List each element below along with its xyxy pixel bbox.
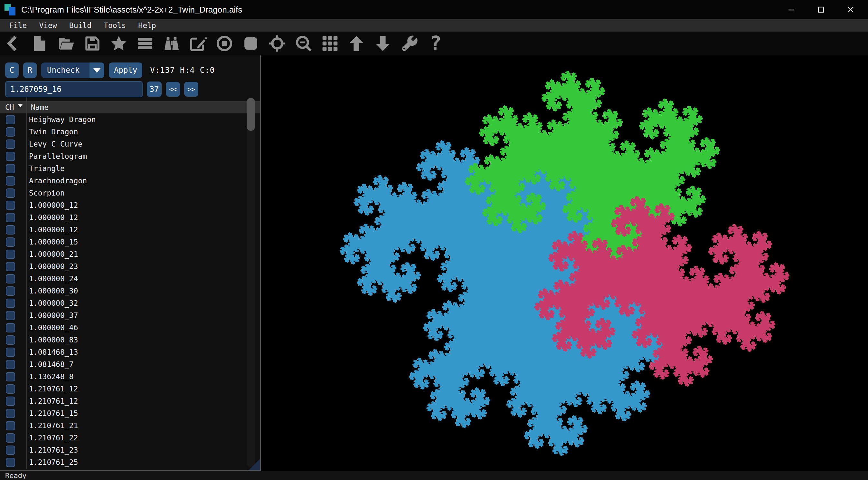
edit-icon[interactable] xyxy=(189,34,207,53)
row-checkbox[interactable] xyxy=(6,140,15,149)
index-box[interactable]: 37 xyxy=(147,82,162,97)
row-checkbox[interactable] xyxy=(6,201,15,210)
wrench-icon[interactable] xyxy=(400,34,418,53)
arrow-up-icon[interactable] xyxy=(347,34,366,53)
table-row[interactable]: 1.000000_21 xyxy=(0,248,260,260)
row-checkbox[interactable] xyxy=(6,299,15,308)
row-checkbox[interactable] xyxy=(6,188,15,198)
prev-button[interactable]: << xyxy=(166,82,180,97)
back-icon[interactable] xyxy=(4,34,23,53)
row-checkbox[interactable] xyxy=(6,458,15,467)
table-row[interactable]: Heighway Dragon xyxy=(0,113,260,126)
table-row[interactable]: 1.210761_21 xyxy=(0,419,260,432)
row-checkbox[interactable] xyxy=(6,152,15,161)
table-row[interactable]: Triangle xyxy=(0,162,260,175)
maximize-button[interactable] xyxy=(806,0,836,19)
table-row[interactable]: 1.210761_23 xyxy=(0,444,260,456)
minimize-button[interactable] xyxy=(777,0,806,19)
table-row[interactable]: 1.081468_13 xyxy=(0,346,260,358)
close-button[interactable] xyxy=(836,0,865,19)
table-row[interactable]: 1.000000_30 xyxy=(0,285,260,297)
list-scrollbar[interactable] xyxy=(247,97,255,467)
left-panel: C R Uncheck Apply V:137 H:4 C:0 1.267059… xyxy=(0,55,261,471)
row-checkbox[interactable] xyxy=(6,115,15,124)
table-row[interactable]: Scorpion xyxy=(0,187,260,199)
row-checkbox[interactable] xyxy=(6,176,15,185)
table-row[interactable]: 1.000000_24 xyxy=(0,273,260,285)
table-row[interactable]: 1.000000_15 xyxy=(0,236,260,248)
crosshair-icon[interactable] xyxy=(268,34,286,53)
table-row[interactable]: 1.000000_12 xyxy=(0,211,260,223)
row-checkbox[interactable] xyxy=(6,127,15,137)
binoculars-icon[interactable] xyxy=(162,34,181,53)
open-folder-icon[interactable] xyxy=(57,34,75,53)
table-row[interactable]: 1.000000_12 xyxy=(0,223,260,236)
table-row[interactable]: 1.000000_23 xyxy=(0,260,260,273)
table-row[interactable]: 1.081468_7 xyxy=(0,358,260,370)
row-checkbox[interactable] xyxy=(6,164,15,173)
column-header-name[interactable]: Name xyxy=(31,103,49,112)
row-checkbox[interactable] xyxy=(6,384,15,394)
save-icon[interactable] xyxy=(83,34,102,53)
zoom-out-icon[interactable] xyxy=(294,34,313,53)
column-header-ch[interactable]: CH xyxy=(5,103,14,112)
c-button[interactable]: C xyxy=(5,62,19,78)
row-checkbox[interactable] xyxy=(6,446,15,455)
table-row[interactable]: 1.000000_46 xyxy=(0,322,260,334)
menu-item-tools[interactable]: Tools xyxy=(104,19,126,32)
table-row[interactable]: 1.000000_12 xyxy=(0,199,260,211)
row-checkbox[interactable] xyxy=(6,225,15,235)
row-checkbox[interactable] xyxy=(6,323,15,332)
row-checkbox[interactable] xyxy=(6,409,15,418)
row-checkbox[interactable] xyxy=(6,237,15,247)
row-checkbox[interactable] xyxy=(6,360,15,369)
list-icon[interactable] xyxy=(136,34,155,53)
table-row[interactable]: 1.136248_8 xyxy=(0,370,260,383)
table-row[interactable]: Arachnodragon xyxy=(0,175,260,187)
row-checkbox[interactable] xyxy=(6,335,15,345)
row-checkbox[interactable] xyxy=(6,433,15,443)
table-row[interactable]: 1.210761_12 xyxy=(0,383,260,395)
arrow-down-icon[interactable] xyxy=(373,34,392,53)
row-checkbox[interactable] xyxy=(6,287,15,296)
menu-item-help[interactable]: Help xyxy=(138,19,156,32)
row-checkbox[interactable] xyxy=(6,396,15,406)
table-row[interactable]: 1.210761_15 xyxy=(0,407,260,419)
row-name: Twin Dragon xyxy=(29,127,78,136)
search-input[interactable]: 1.267059_16 xyxy=(5,81,143,97)
menu-item-view[interactable]: View xyxy=(39,19,57,32)
row-checkbox[interactable] xyxy=(6,262,15,271)
star-icon[interactable] xyxy=(110,34,128,53)
table-row[interactable]: Twin Dragon xyxy=(0,126,260,138)
apply-button[interactable]: Apply xyxy=(109,62,142,78)
row-checkbox[interactable] xyxy=(6,421,15,430)
table-row[interactable]: Levy C Curve xyxy=(0,138,260,150)
table-header[interactable]: CH Name xyxy=(0,101,260,113)
help-icon[interactable]: ? xyxy=(426,34,445,53)
row-checkbox[interactable] xyxy=(6,372,15,382)
table-row[interactable]: 1.000000_83 xyxy=(0,334,260,346)
r-button[interactable]: R xyxy=(23,62,37,78)
table-row[interactable]: 1.210761_25 xyxy=(0,456,260,469)
menu-item-file[interactable]: File xyxy=(9,19,27,32)
scrollbar-thumb[interactable] xyxy=(247,98,255,131)
table-row[interactable]: 1.210761_22 xyxy=(0,432,260,444)
row-checkbox[interactable] xyxy=(6,311,15,320)
table-row[interactable]: 1.000000_37 xyxy=(0,309,260,322)
table-row[interactable]: Parallelogram xyxy=(0,150,260,162)
stop-icon[interactable] xyxy=(242,34,260,53)
row-checkbox[interactable] xyxy=(6,250,15,259)
row-checkbox[interactable] xyxy=(6,274,15,283)
table-row[interactable]: 1.000000_32 xyxy=(0,297,260,309)
row-checkbox[interactable] xyxy=(6,348,15,357)
row-checkbox[interactable] xyxy=(6,213,15,222)
panel-resize-grip[interactable] xyxy=(249,459,260,470)
grid-icon[interactable] xyxy=(321,34,339,53)
menu-item-build[interactable]: Build xyxy=(69,19,91,32)
fractal-canvas[interactable] xyxy=(261,55,868,471)
next-button[interactable]: >> xyxy=(184,82,198,97)
stop-circle-icon[interactable] xyxy=(215,34,234,53)
new-file-icon[interactable] xyxy=(30,34,49,53)
check-mode-dropdown[interactable]: Uncheck xyxy=(41,62,104,78)
table-row[interactable]: 1.210761_12 xyxy=(0,395,260,407)
